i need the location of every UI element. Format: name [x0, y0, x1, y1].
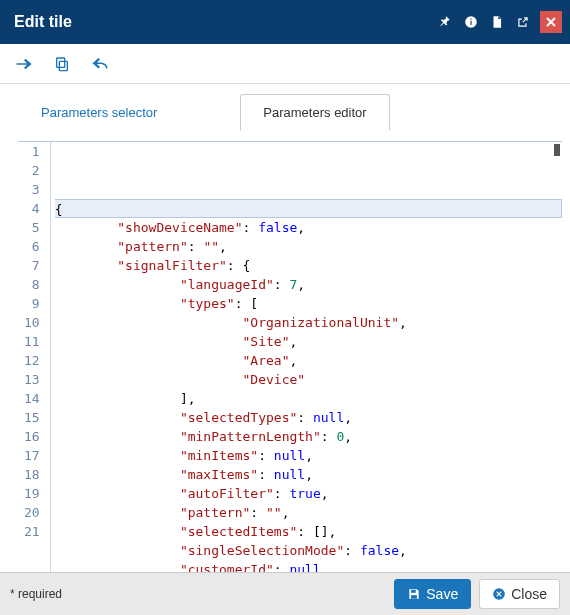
copy-icon[interactable] — [52, 54, 72, 74]
pin-icon[interactable] — [434, 11, 456, 33]
close-footer-button[interactable]: Close — [479, 579, 560, 609]
code-editor[interactable]: 123456789101112131415161718192021 { "sho… — [18, 141, 562, 572]
content-area: Parameters selector Parameters editor 12… — [0, 84, 570, 572]
info-icon[interactable] — [460, 11, 482, 33]
save-button[interactable]: Save — [394, 579, 471, 609]
line-gutter: 123456789101112131415161718192021 — [18, 142, 51, 572]
svg-rect-5 — [59, 61, 67, 70]
undo-icon[interactable] — [90, 54, 110, 74]
code-body[interactable]: { "showDeviceName": false, "pattern": ""… — [51, 142, 562, 572]
footer-bar: * required Save Close — [0, 572, 570, 615]
tab-parameters-selector[interactable]: Parameters selector — [18, 94, 180, 131]
window-title: Edit tile — [14, 13, 430, 31]
close-button[interactable] — [540, 11, 562, 33]
forward-arrow-icon[interactable] — [14, 54, 34, 74]
tab-parameters-editor[interactable]: Parameters editor — [240, 94, 389, 131]
required-note: * required — [10, 587, 386, 601]
svg-rect-7 — [411, 590, 416, 593]
save-button-label: Save — [426, 586, 458, 602]
tab-bar: Parameters selector Parameters editor — [18, 94, 562, 131]
svg-rect-2 — [470, 19, 471, 20]
editor-caret — [554, 144, 560, 156]
svg-rect-6 — [57, 58, 65, 67]
svg-rect-1 — [470, 21, 471, 25]
toolbar — [0, 44, 570, 84]
popout-icon[interactable] — [512, 11, 534, 33]
close-button-label: Close — [511, 586, 547, 602]
export-pdf-icon[interactable] — [486, 11, 508, 33]
title-bar: Edit tile — [0, 0, 570, 44]
svg-rect-8 — [411, 595, 417, 599]
